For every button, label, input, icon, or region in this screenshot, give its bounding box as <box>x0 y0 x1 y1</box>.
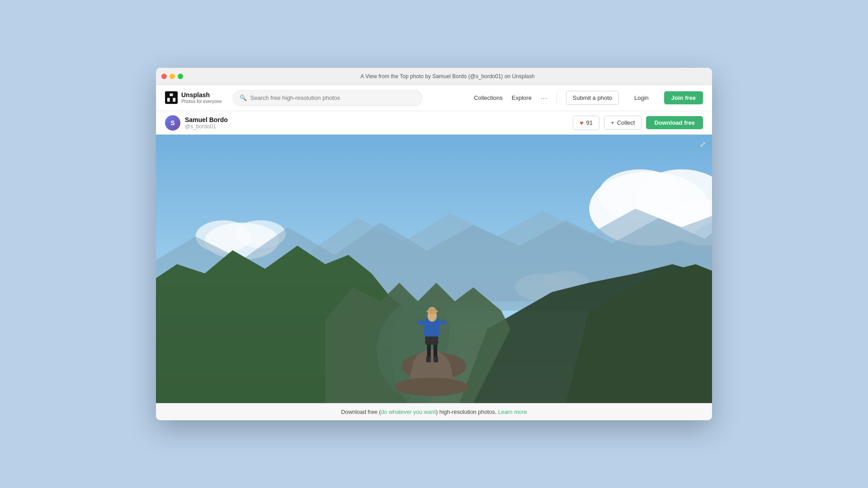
footer-do-whatever-link[interactable]: do whatever you want <box>381 409 436 415</box>
heart-icon: ♥ <box>580 119 583 127</box>
logo-area[interactable]: Unsplash Photos for everyone <box>165 91 222 104</box>
browser-window: A View from the Top photo by Samuel Bord… <box>156 68 712 420</box>
maximize-button[interactable] <box>178 74 183 79</box>
collect-button[interactable]: + Collect <box>604 116 642 130</box>
search-box[interactable]: 🔍 <box>233 90 423 106</box>
photographer-info: S Samuel Bordo @s_bordo01 <box>165 115 228 131</box>
footer-text-before: Download free ( <box>341 409 381 415</box>
footer-learn-more-link[interactable]: Learn more <box>498 409 527 415</box>
collect-label: Collect <box>617 119 635 126</box>
join-free-button[interactable]: Join free <box>664 91 703 104</box>
logo-text: Unsplash Photos for everyone <box>181 91 222 104</box>
like-button[interactable]: ♥ 91 <box>573 116 599 130</box>
like-count: 91 <box>586 119 593 126</box>
svg-rect-33 <box>156 135 712 403</box>
unsplash-logo-icon <box>165 91 178 104</box>
photo-actions: ♥ 91 + Collect Download free <box>573 116 703 130</box>
avatar[interactable]: S <box>165 115 180 131</box>
download-button[interactable]: Download free <box>646 116 703 129</box>
photo-container: ⤢ <box>156 135 712 403</box>
close-button[interactable] <box>161 74 167 79</box>
collections-link[interactable]: Collections <box>474 94 503 101</box>
title-bar: A View from the Top photo by Samuel Bord… <box>156 68 712 85</box>
submit-photo-button[interactable]: Submit a photo <box>566 91 619 105</box>
browser-content: Unsplash Photos for everyone 🔍 Collectio… <box>156 85 712 420</box>
explore-link[interactable]: Explore <box>512 94 532 101</box>
nav-links: Collections Explore ··· Submit a photo L… <box>474 91 703 105</box>
photographer-handle: @s_bordo01 <box>185 123 228 130</box>
footer-bar: Download free ( do whatever you want ) h… <box>156 403 712 420</box>
minimize-button[interactable] <box>170 74 175 79</box>
photo-scene <box>156 135 712 403</box>
nav-divider <box>557 93 557 103</box>
page-title: A View from the Top photo by Samuel Bord… <box>189 73 707 80</box>
photographer-name[interactable]: Samuel Bordo <box>185 116 228 123</box>
more-menu[interactable]: ··· <box>541 94 547 102</box>
logo-name: Unsplash <box>181 91 222 99</box>
traffic-lights <box>161 74 183 79</box>
top-nav: Unsplash Photos for everyone 🔍 Collectio… <box>156 85 712 111</box>
search-input[interactable] <box>250 94 416 101</box>
expand-icon[interactable]: ⤢ <box>700 140 706 149</box>
plus-icon: + <box>611 119 614 126</box>
photographer-details: Samuel Bordo @s_bordo01 <box>185 116 228 130</box>
photo-info-bar: S Samuel Bordo @s_bordo01 ♥ 91 + Collect… <box>156 111 712 135</box>
logo-tagline: Photos for everyone <box>181 99 222 104</box>
login-button[interactable]: Login <box>628 91 655 104</box>
search-icon: 🔍 <box>240 94 247 101</box>
footer-text-after: ) high-resolution photos. <box>436 409 496 415</box>
